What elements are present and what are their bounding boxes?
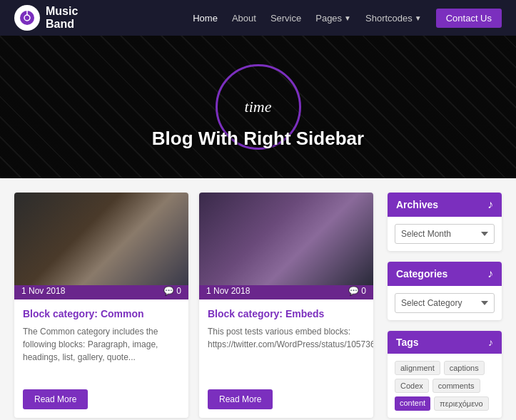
nav-service[interactable]: Service [270,13,301,24]
logo-text: Music Band [46,5,78,30]
tags-header: Tags ♪ [388,331,502,354]
nav-pages[interactable]: Pages ▼ [315,13,351,24]
logo-icon [14,5,40,31]
nav-shortcodes[interactable]: Shortcodes ▼ [365,13,422,24]
post-card-1: 1 Nov 2018 💬 0 Block category: Common Th… [14,193,188,418]
contact-button[interactable]: Contact Us [436,9,502,28]
archives-title: Archives [396,199,438,210]
archives-body: Select Month November 2018 October 2018 … [388,217,502,251]
hero-background: time Blog With Right Sidebar [0,36,516,178]
categories-body: Select Category Common Embeds Featured [388,286,502,320]
tag-captions[interactable]: captions [444,361,485,375]
categories-select[interactable]: Select Category Common Embeds Featured [395,293,495,313]
nav-about[interactable]: About [232,13,256,24]
post-image-2 [199,193,373,285]
hero-section: time Blog With Right Sidebar [0,36,516,178]
read-more-button-1[interactable]: Read More [23,389,88,409]
post-comments-1: 💬 0 [163,286,181,296]
post-card-2: 1 Nov 2018 💬 0 Block category: Embeds Th… [199,193,373,418]
post-title-2: Block category: Embeds [208,308,365,319]
hero-circle-text: time [245,98,272,116]
tag-comments[interactable]: comments [432,379,480,393]
tag-content[interactable]: content [395,396,430,411]
post-date-1: 1 Nov 2018 [21,286,65,296]
tags-music-icon: ♪ [488,337,493,348]
post-date-2: 1 Nov 2018 [206,286,250,296]
post-body-2: Block category: Embeds This post tests v… [199,299,373,418]
post-comments-2: 💬 0 [348,286,366,296]
hero-title: Blog With Right Sidebar [152,128,364,150]
logo[interactable]: Music Band [14,5,78,31]
post-excerpt-1: The Common category includes the followi… [23,325,180,381]
posts-area: 1 Nov 2018 💬 0 Block category: Common Th… [14,193,373,418]
archives-header: Archives ♪ [388,193,502,217]
read-more-button-2[interactable]: Read More [208,389,273,409]
nav-home[interactable]: Home [193,13,218,24]
archives-music-icon: ♪ [487,198,493,211]
categories-widget: Categories ♪ Select Category Common Embe… [388,262,502,320]
shortcodes-dropdown-icon: ▼ [415,14,422,22]
categories-title: Categories [396,268,447,280]
tag-codex[interactable]: Codex [395,379,429,393]
categories-music-icon: ♪ [487,267,493,280]
comment-icon-2: 💬 [348,286,359,296]
tags-title: Tags [396,337,419,348]
post-excerpt-2: This post tests various embed blocks: ht… [208,325,365,381]
sidebar: Archives ♪ Select Month November 2018 Oc… [388,193,502,418]
tag-alignment[interactable]: alignment [395,361,440,375]
comment-icon-1: 💬 [163,286,174,296]
tag-greek[interactable]: περιεχόμενο [434,396,489,411]
post-image-1 [14,193,188,285]
categories-header: Categories ♪ [388,262,502,286]
post-title-1: Block category: Common [23,308,180,319]
archives-select[interactable]: Select Month November 2018 October 2018 … [395,224,495,244]
post-body-1: Block category: Common The Common catego… [14,299,188,418]
archives-widget: Archives ♪ Select Month November 2018 Oc… [388,193,502,251]
pages-dropdown-icon: ▼ [344,14,351,22]
main-container: 1 Nov 2018 💬 0 Block category: Common Th… [0,178,516,420]
site-header: Music Band Home About Service Pages ▼ Sh… [0,0,516,36]
tags-body: alignment captions Codex comments conten… [388,354,502,418]
tags-widget: Tags ♪ alignment captions Codex comments… [388,331,502,418]
main-nav: Home About Service Pages ▼ Shortcodes ▼ … [193,9,502,28]
